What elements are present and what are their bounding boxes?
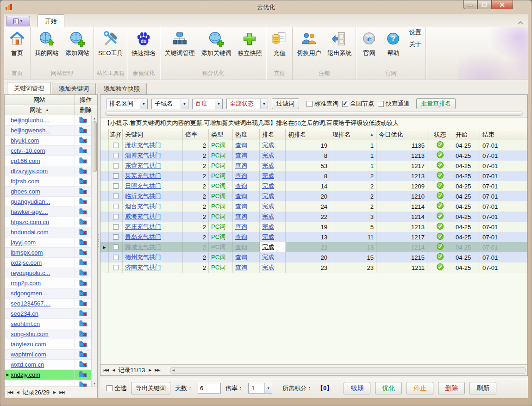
keyword-manage-button[interactable]: 关键词管理 — [161, 28, 198, 67]
heat-query-link[interactable]: 查询 — [235, 233, 247, 241]
close-button[interactable] — [491, 0, 513, 9]
keyword-row[interactable]: 青岛充气拱门2PC词查询完成1311121704-2507-01 — [100, 232, 527, 242]
column-header-op[interactable]: 操作 — [75, 95, 97, 105]
site-link[interactable]: jbmspx.com — [11, 249, 75, 256]
row-checkbox[interactable] — [113, 244, 119, 250]
quick-ranking-button[interactable]: du 快速排名 — [128, 28, 159, 67]
export-keywords-button[interactable]: 导出关键词 — [131, 382, 170, 394]
filter-scrollbar[interactable] — [105, 112, 523, 116]
my-sites-button[interactable]: 我的网站 — [31, 28, 62, 67]
site-row[interactable]: cp166.com — [5, 156, 91, 166]
keyword-link[interactable]: 烟台充气拱门 — [125, 202, 161, 211]
renew-button[interactable]: 续期 — [344, 382, 370, 394]
row-checkbox[interactable] — [113, 214, 119, 219]
keyword-row[interactable]: 淄博充气拱门2PC词查询完成81121304-2507-01 — [100, 150, 527, 161]
delete-site-button[interactable] — [75, 125, 91, 135]
delete-site-button[interactable] — [75, 197, 91, 206]
keyword-link[interactable]: 聊城充气拱门 — [125, 243, 161, 251]
heat-query-link[interactable]: 查询 — [235, 253, 247, 262]
heat-query-link[interactable]: 查询 — [235, 202, 247, 211]
row-select-cell[interactable] — [109, 161, 123, 171]
rank-done-link[interactable]: 完成 — [262, 162, 274, 170]
site-row[interactable]: reyouguolu.c... — [5, 268, 91, 278]
row-checkbox[interactable] — [113, 143, 119, 148]
delete-site-button[interactable] — [75, 248, 91, 257]
horizontal-scrollbar[interactable]: ◀ — [170, 367, 526, 374]
site-link[interactable]: biyukj.com — [11, 137, 75, 144]
delete-site-button[interactable] — [75, 115, 91, 125]
column-header-site[interactable]: 网站 — [5, 95, 75, 105]
tab-keyword-manage[interactable]: 关键词管理 — [7, 82, 51, 94]
row-checkbox[interactable] — [113, 194, 119, 199]
keyword-row[interactable]: 德州充气拱门2PC词查询完成2015121504-2507-01 — [100, 252, 527, 262]
site-row[interactable]: beijingluohu.... — [5, 115, 91, 125]
column-header-today-opt[interactable]: 今日优化 — [376, 129, 427, 140]
column-header-keyword[interactable]: 关键词 — [123, 129, 183, 140]
heat-query-link[interactable]: 查询 — [235, 212, 247, 221]
delete-site-button[interactable] — [75, 380, 91, 387]
column-header-init-rank[interactable]: 初排名 — [286, 129, 330, 140]
keyword-row[interactable]: 临沂充气拱门2PC词查询完成202121004-2507-01 — [100, 191, 527, 201]
site-row[interactable]: dlzszyjys.com — [5, 166, 91, 176]
pager-prev-button[interactable]: ◀ — [16, 390, 19, 394]
site-row[interactable]: seo1234567.... — [5, 299, 91, 309]
rank-done-link[interactable]: 完成 — [262, 182, 274, 190]
keyword-link[interactable]: 威海充气拱门 — [125, 212, 161, 221]
pager-last-button[interactable]: ▶▶| — [59, 390, 64, 394]
delete-site-button[interactable] — [75, 309, 91, 319]
row-checkbox[interactable] — [113, 204, 119, 209]
column-header-status[interactable]: 状态 — [427, 129, 453, 140]
site-row[interactable]: waphtml.com — [5, 350, 91, 360]
delete-site-button[interactable] — [75, 227, 91, 237]
exit-system-button[interactable]: 退出系统 — [324, 28, 355, 67]
rate-dropdown[interactable]: 1▼ — [248, 383, 272, 394]
delete-site-button[interactable] — [75, 370, 91, 380]
keyword-row[interactable]: 烟台充气拱门2PC词查询完成242121404-2507-01 — [100, 201, 527, 212]
ribbon-collapse-chevron-icon[interactable] — [518, 19, 523, 26]
site-row[interactable]: biyukj.com — [5, 136, 91, 146]
subdomain-dropdown[interactable]: 子域名▼ — [151, 99, 188, 109]
row-checkbox[interactable] — [113, 173, 119, 179]
heat-query-link[interactable]: 查询 — [235, 192, 247, 200]
status-filter-dropdown[interactable]: 全部状态▼ — [226, 99, 268, 109]
site-link[interactable]: ghoes.com — [11, 188, 75, 195]
sidebar-splitter[interactable] — [98, 94, 100, 398]
site-row[interactable]: guangyudian... — [5, 197, 91, 207]
rank-done-link[interactable]: 完成 — [262, 141, 274, 150]
tab-add-keyword[interactable]: 添加关键词 — [52, 83, 96, 94]
row-checkbox[interactable] — [113, 153, 119, 158]
site-link[interactable]: jxdzjsc.com — [11, 259, 75, 266]
site-row[interactable] — [5, 380, 91, 387]
row-checkbox[interactable] — [113, 224, 119, 230]
site-row[interactable]: cctv--10.com — [5, 146, 91, 156]
column-header-rate[interactable]: 倍率 — [183, 129, 209, 140]
national-nodes-checkbox[interactable]: 全国节点 — [342, 100, 374, 108]
optimize-button[interactable]: 优化 — [375, 382, 402, 394]
site-row[interactable]: seohtml.cn — [5, 319, 91, 329]
site-row[interactable]: hawker-agv.... — [5, 207, 91, 217]
row-select-cell[interactable] — [109, 262, 123, 273]
row-checkbox[interactable] — [113, 163, 119, 169]
delete-site-button[interactable] — [75, 299, 91, 308]
rank-done-link[interactable]: 完成 — [262, 212, 274, 221]
row-select-cell[interactable] — [109, 212, 123, 222]
column-header-rank[interactable]: 排名 — [260, 129, 286, 140]
settings-button[interactable]: 设置 — [409, 28, 421, 37]
checkbox-box[interactable] — [106, 385, 113, 391]
row-select-cell[interactable] — [109, 140, 123, 150]
site-row[interactable]: seo234.cn — [5, 309, 91, 319]
site-row[interactable]: rmp2p.com — [5, 278, 91, 288]
keyword-row[interactable]: 东营充气拱门2PC词查询完成531121704-2507-01 — [100, 161, 527, 171]
site-row[interactable]: ▶xndzjy.com — [5, 370, 91, 380]
stop-button[interactable]: 停止 — [407, 382, 433, 394]
scroll-up-icon[interactable]: ▲ — [93, 115, 96, 121]
row-select-cell[interactable] — [109, 232, 123, 242]
site-link[interactable]: seo1234567.... — [11, 300, 75, 307]
delete-site-button[interactable] — [75, 339, 91, 349]
delete-site-button[interactable] — [75, 329, 91, 339]
delete-site-button[interactable] — [75, 146, 91, 156]
delete-site-button[interactable] — [75, 360, 91, 369]
keyword-link[interactable]: 淄博充气拱门 — [125, 151, 161, 160]
site-link[interactable]: cp166.com — [11, 157, 75, 164]
delete-site-button[interactable] — [75, 319, 91, 329]
